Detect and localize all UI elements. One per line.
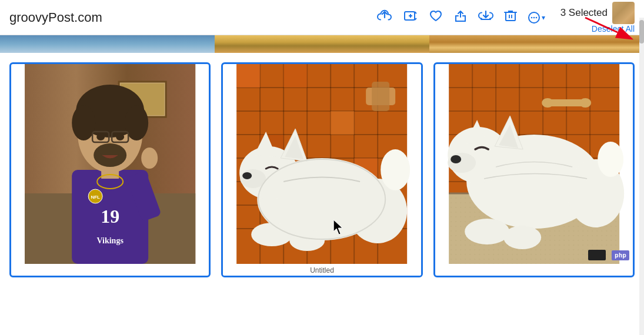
scrollbar-thumb[interactable] — [639, 20, 644, 43]
caption-text-2: Untitled — [310, 266, 334, 274]
svg-rect-61 — [372, 82, 389, 111]
svg-point-72 — [381, 149, 410, 190]
add-to-album-icon[interactable] — [403, 9, 418, 26]
svg-rect-5 — [506, 12, 515, 21]
svg-rect-55 — [236, 64, 260, 88]
heart-icon-photo-2[interactable]: ♡ — [228, 246, 237, 259]
photo-grid: 19 Vikings NFL — [9, 62, 635, 277]
top-photo-strip — [0, 35, 644, 53]
svg-text:NFL: NFL — [91, 195, 100, 200]
svg-point-69 — [251, 223, 292, 246]
svg-point-99 — [465, 219, 509, 244]
selected-thumbnail — [612, 2, 635, 24]
svg-point-100 — [503, 226, 541, 249]
photo-card-1[interactable]: 19 Vikings NFL — [9, 62, 211, 277]
photo-image-2: ♡ — [223, 64, 421, 264]
svg-point-26 — [141, 148, 158, 169]
chevron-down-icon: ▾ — [542, 14, 545, 22]
photo-caption-3 — [435, 264, 633, 267]
svg-text:Vikings: Vikings — [96, 236, 124, 245]
svg-rect-103 — [549, 99, 584, 106]
photo-card-2[interactable]: ♡ Untitled — [221, 62, 422, 277]
svg-point-104 — [542, 98, 553, 108]
strip-photo-2 — [215, 35, 429, 53]
upload-cloud-icon[interactable] — [377, 9, 392, 26]
svg-text:19: 19 — [101, 206, 119, 227]
photo-caption-2: Untitled — [223, 264, 421, 276]
photo-image-1: 19 Vikings NFL — [11, 64, 209, 264]
svg-point-34 — [96, 133, 105, 140]
svg-point-94 — [448, 153, 476, 173]
header: groovyPost.com — [0, 0, 644, 35]
more-options-button[interactable]: ▾ — [528, 11, 545, 24]
svg-rect-57 — [331, 111, 354, 135]
strip-photo-3 — [429, 35, 644, 53]
svg-point-38 — [98, 146, 122, 156]
delete-icon[interactable] — [504, 9, 517, 26]
svg-point-95 — [451, 155, 461, 163]
selected-count-label: 3 Selected — [560, 7, 608, 19]
deselect-all-button[interactable]: Deselect All — [592, 24, 635, 34]
download-icon[interactable] — [478, 9, 493, 26]
strip-photo-1 — [0, 35, 215, 53]
svg-point-105 — [579, 98, 591, 108]
selection-panel: 3 Selected Deselect All — [560, 2, 635, 34]
svg-point-102 — [598, 142, 623, 177]
svg-point-10 — [530, 16, 532, 18]
svg-point-65 — [242, 172, 252, 179]
site-logo: groovyPost.com — [9, 10, 102, 25]
photo-image-3: php — [435, 64, 633, 264]
photo-card-3[interactable]: php — [433, 62, 635, 277]
favorite-icon[interactable] — [429, 9, 443, 26]
share-icon[interactable] — [453, 9, 468, 26]
svg-rect-39 — [101, 167, 119, 179]
info-badge — [588, 250, 606, 260]
svg-point-35 — [116, 133, 124, 140]
main-content: 19 Vikings NFL — [0, 53, 644, 335]
php-badge: php — [612, 250, 629, 260]
selected-count: 3 Selected — [560, 2, 635, 24]
svg-point-12 — [535, 16, 537, 18]
svg-point-70 — [289, 230, 325, 251]
photo-caption-1 — [11, 264, 209, 267]
header-toolbar: ▾ 3 Selected Deselect All — [377, 2, 635, 34]
svg-rect-56 — [283, 64, 307, 88]
svg-point-11 — [533, 16, 535, 18]
